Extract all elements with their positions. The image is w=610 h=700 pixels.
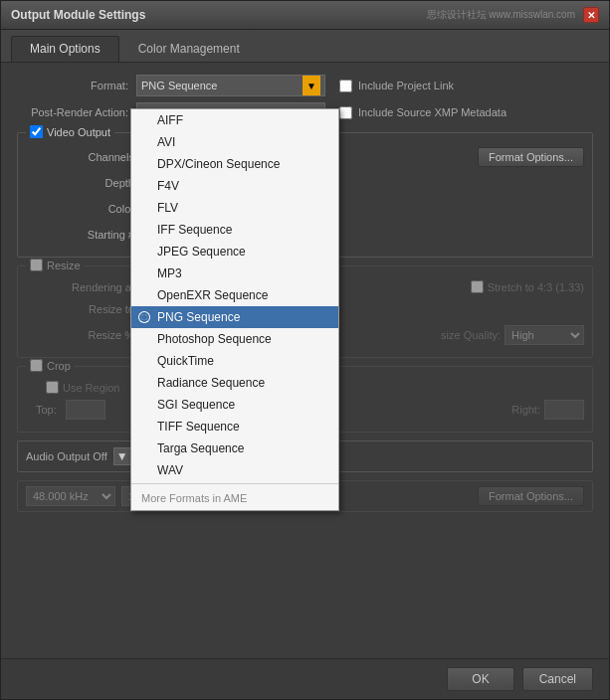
channels-label: Channels:: [26, 151, 145, 163]
dropdown-item-mp3[interactable]: MP3: [131, 262, 338, 284]
dropdown-item-f4v[interactable]: F4V: [131, 175, 338, 197]
dropdown-item-png[interactable]: PNG Sequence: [131, 306, 338, 328]
rendering-at-label: Rendering at:: [26, 281, 145, 293]
dropdown-item-sgi[interactable]: SGI Sequence: [131, 394, 338, 416]
dropdown-item-photoshop[interactable]: Photoshop Sequence: [131, 328, 338, 350]
resize-checkbox[interactable]: [30, 259, 43, 271]
more-formats-link[interactable]: More Formats in AME: [131, 486, 338, 510]
stretch-label: Stretch to 4:3 (1.33): [488, 281, 584, 293]
right-label: Right:: [511, 404, 540, 416]
dropdown-item-tiff[interactable]: TIFF Sequence: [131, 416, 338, 438]
close-button[interactable]: ✕: [583, 7, 599, 23]
use-region-label: Use Region: [63, 382, 119, 394]
format-dropdown-menu: AIFF AVI DPX/Cineon Sequence F4V FLV IFF…: [130, 108, 339, 511]
tab-main-options[interactable]: Main Options: [11, 36, 119, 62]
title-bar: Output Module Settings 思综设计社坛 www.misswl…: [1, 1, 609, 30]
output-module-settings-window: Output Module Settings 思综设计社坛 www.misswl…: [0, 0, 610, 700]
top-input[interactable]: [66, 400, 105, 420]
tab-color-management[interactable]: Color Management: [119, 36, 259, 62]
audio-format-options-button[interactable]: Format Options...: [478, 486, 584, 506]
watermark: 思综设计社坛 www.misswlan.com: [427, 8, 575, 22]
format-dropdown-value: PNG Sequence: [141, 80, 217, 91]
dropdown-item-wav[interactable]: WAV: [131, 459, 338, 481]
dropdown-item-targa[interactable]: Targa Sequence: [131, 438, 338, 459]
resize-quality-select[interactable]: High: [505, 325, 584, 345]
png-radio-icon: [139, 312, 149, 322]
resize-to-label: Resize to:: [26, 303, 145, 315]
content-area: Format: PNG Sequence ▼ Include Project L…: [1, 63, 609, 658]
post-render-label: Post-Render Action:: [17, 106, 136, 118]
window-title: Output Module Settings: [11, 8, 145, 22]
resize-title: Resize: [26, 259, 85, 271]
dropdown-item-flv[interactable]: FLV: [131, 197, 338, 219]
resize-pct-label: Resize %:: [26, 329, 145, 341]
format-options-button[interactable]: Format Options...: [478, 147, 584, 167]
format-label: Format:: [17, 80, 136, 91]
dropdown-item-openexr[interactable]: OpenEXR Sequence: [131, 284, 338, 306]
footer-bar: OK Cancel: [1, 658, 609, 699]
use-region-checkbox[interactable]: [46, 381, 59, 394]
cancel-button[interactable]: Cancel: [522, 667, 593, 691]
dropdown-divider: [131, 483, 338, 484]
color-label: Color:: [26, 203, 145, 215]
crop-checkbox[interactable]: [30, 359, 43, 372]
include-project-link-label: Include Project Link: [358, 80, 454, 92]
dropdown-item-quicktime[interactable]: QuickTime: [131, 350, 338, 372]
resize-quality-label: size Quality:: [441, 329, 501, 341]
dropdown-item-iff[interactable]: IFF Sequence: [131, 219, 338, 241]
dropdown-item-radiance[interactable]: Radiance Sequence: [131, 372, 338, 394]
format-row: Format: PNG Sequence ▼ Include Project L…: [17, 75, 593, 96]
video-output-title: Video Output: [26, 125, 114, 138]
sample-rate-select[interactable]: 48.000 kHz: [26, 486, 115, 506]
ok-button[interactable]: OK: [447, 667, 513, 691]
top-label: Top:: [26, 404, 66, 416]
dropdown-item-avi[interactable]: AVI: [131, 131, 338, 153]
include-source-xmp-checkbox[interactable]: [339, 106, 352, 119]
right-input[interactable]: [544, 400, 584, 420]
include-project-link-checkbox[interactable]: [339, 80, 352, 92]
dropdown-arrow-icon[interactable]: ▼: [303, 76, 320, 95]
dropdown-item-dpx[interactable]: DPX/Cineon Sequence: [131, 153, 338, 175]
dropdown-item-aiff[interactable]: AIFF: [131, 109, 338, 131]
format-dropdown[interactable]: PNG Sequence ▼: [136, 75, 325, 96]
include-source-xmp-label: Include Source XMP Metadata: [358, 106, 507, 119]
video-output-checkbox[interactable]: [30, 125, 43, 138]
dropdown-item-jpeg[interactable]: JPEG Sequence: [131, 241, 338, 262]
starting-label: Starting #:: [26, 229, 145, 241]
depth-label: Depth:: [26, 177, 145, 189]
audio-output-label: Audio Output Off: [26, 450, 107, 462]
tabs-bar: Main Options Color Management: [1, 30, 609, 63]
stretch-checkbox[interactable]: [471, 280, 484, 293]
crop-title: Crop: [26, 359, 75, 372]
audio-dropdown-arrow[interactable]: ▼: [113, 447, 131, 465]
